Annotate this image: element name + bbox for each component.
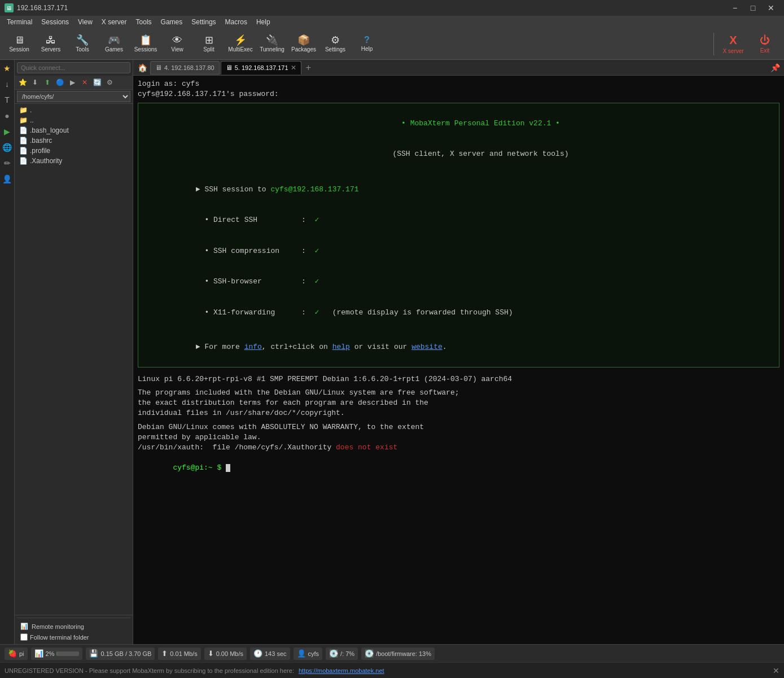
- sidebar-btn-down[interactable]: ⬇: [29, 77, 41, 88]
- toolbar-session[interactable]: 🖥 Session: [5, 30, 34, 58]
- menu-macros[interactable]: Macros: [221, 17, 252, 27]
- term-line: (SSH client, X server and network tools): [147, 139, 770, 170]
- left-icon-run[interactable]: ▶: [1, 125, 14, 138]
- left-icon-edit[interactable]: ✏: [1, 157, 14, 169]
- toolbar-settings[interactable]: ⚙ Settings: [321, 30, 350, 58]
- term-line: /usr/bin/xauth: file /home/cyfs/.Xauthor…: [138, 443, 779, 453]
- menu-tools[interactable]: Tools: [132, 17, 156, 27]
- sidebar-toolbar: ⭐ ⬇ ⬆ 🔵 ▶ ✕ 🔄 ⚙: [15, 76, 133, 90]
- toolbar-separator: [713, 33, 714, 55]
- sidebar-btn-home[interactable]: ⭐: [17, 77, 28, 88]
- left-icon-star[interactable]: ★: [1, 62, 14, 75]
- sidebar-btn-stop[interactable]: ✕: [79, 77, 90, 88]
- toolbar-packages[interactable]: 📦 Packages: [289, 30, 318, 58]
- toolbar-servers[interactable]: 🖧 Servers: [36, 30, 65, 58]
- tab-1-icon: 🖥: [155, 64, 162, 72]
- session-icon: 🖥: [14, 35, 24, 45]
- tab-pin-icon[interactable]: 📌: [768, 61, 782, 75]
- menu-games[interactable]: Games: [156, 17, 187, 27]
- term-line: permitted by applicable law.: [138, 432, 779, 443]
- term-prompt-line: cyfs@pi:~ $: [138, 453, 779, 484]
- toolbar-xserver[interactable]: X X server: [719, 30, 748, 58]
- toolbar-games[interactable]: 🎮 Games: [99, 30, 129, 58]
- window-title: 192.168.137.171: [17, 4, 726, 12]
- toolbar-multiexec[interactable]: ⚡ MultiExec: [226, 30, 255, 58]
- left-icon-down[interactable]: ↓: [1, 78, 14, 90]
- toolbar-tools-label: Tools: [76, 46, 89, 53]
- sidebar-btn-circle[interactable]: 🔵: [54, 77, 65, 88]
- status-time: 🕐 143 sec: [250, 648, 290, 660]
- file-icon: 📄: [19, 157, 28, 165]
- tab-2-close[interactable]: ✕: [291, 64, 296, 71]
- list-item[interactable]: 📄 .profile: [15, 146, 133, 156]
- sidebar: ⭐ ⬇ ⬆ 🔵 ▶ ✕ 🔄 ⚙ /home/cyfs/ 📁 . 📁 ..: [15, 60, 133, 644]
- tab-1[interactable]: 🖥 4. 192.168.137.80: [150, 61, 220, 75]
- menu-terminal[interactable]: Terminal: [2, 17, 37, 27]
- toolbar-exit[interactable]: ⏻ Exit: [750, 30, 779, 58]
- games-icon: 🎮: [108, 35, 120, 45]
- term-line: Debian GNU/Linux comes with ABSOLUTELY N…: [138, 422, 779, 432]
- download-label: 0.00 Mb/s: [216, 650, 243, 657]
- term-line: cyfs@192.168.137.171's password:: [138, 89, 779, 99]
- menu-xserver[interactable]: X server: [97, 17, 132, 27]
- follow-terminal-text: Follow terminal folder: [30, 634, 89, 641]
- sidebar-btn-up[interactable]: ⬆: [42, 77, 53, 88]
- root-fs-icon: 💽: [329, 649, 338, 658]
- sidebar-btn-run[interactable]: ▶: [67, 77, 78, 88]
- view-icon: 👁: [172, 35, 182, 45]
- tunneling-icon: 🔌: [266, 35, 278, 45]
- xserver-icon: X: [729, 34, 737, 47]
- follow-terminal-checkbox[interactable]: [20, 633, 28, 641]
- left-icon-globe[interactable]: 🌐: [1, 141, 14, 154]
- maximize-button[interactable]: □: [744, 2, 761, 14]
- menu-help[interactable]: Help: [252, 17, 275, 27]
- toolbar-tools[interactable]: 🔧 Tools: [68, 30, 97, 58]
- follow-terminal-checkbox-label[interactable]: Follow terminal folder: [17, 632, 130, 642]
- terminal-content[interactable]: login as: cyfs cyfs@192.168.137.171's pa…: [133, 76, 784, 644]
- toolbar-tunneling[interactable]: 🔌 Tunneling: [257, 30, 287, 58]
- tab-2[interactable]: 🖥 5. 192.168.137.171 ✕: [221, 61, 301, 75]
- split-icon: ⊞: [205, 35, 213, 45]
- term-line: ► SSH session to cyfs@192.168.137.171: [147, 174, 770, 205]
- toolbar-view[interactable]: 👁 View: [163, 30, 192, 58]
- close-button[interactable]: ✕: [763, 2, 779, 14]
- close-bottom-bar-button[interactable]: ✕: [773, 666, 779, 675]
- menu-view[interactable]: View: [73, 17, 97, 27]
- path-selector[interactable]: /home/cyfs/: [17, 91, 130, 102]
- menu-settings[interactable]: Settings: [187, 17, 220, 27]
- file-icon: 📄: [19, 147, 28, 155]
- servers-icon: 🖧: [46, 35, 56, 45]
- sidebar-btn-refresh[interactable]: 🔄: [91, 77, 103, 88]
- term-line: • Direct SSH : ✓: [147, 205, 770, 236]
- remote-monitoring-button[interactable]: 📊 Remote monitoring: [17, 620, 130, 632]
- search-input[interactable]: [17, 62, 130, 73]
- file-list: 📁 . 📁 .. 📄 .bash_logout 📄 .bashrc 📄 .pro…: [15, 104, 133, 615]
- list-item[interactable]: 📁 .: [15, 105, 133, 115]
- list-item[interactable]: 📄 .bash_logout: [15, 125, 133, 135]
- status-pi: 🍓 pi: [5, 648, 28, 660]
- list-item[interactable]: 📁 ..: [15, 115, 133, 125]
- add-tab-button[interactable]: +: [303, 62, 315, 74]
- left-icon-terminal[interactable]: T: [1, 94, 14, 106]
- multiexec-icon: ⚡: [234, 35, 247, 45]
- toolbar-help[interactable]: ? Help: [352, 30, 382, 58]
- mobatek-link[interactable]: https://mobaxterm.mobatek.net: [299, 667, 384, 674]
- toolbar-multiexec-label: MultiExec: [228, 46, 252, 53]
- left-icon-circle[interactable]: ●: [1, 110, 14, 122]
- settings-icon: ⚙: [331, 35, 340, 45]
- toolbar-settings-label: Settings: [325, 46, 345, 53]
- left-icon-user[interactable]: 👤: [1, 173, 14, 185]
- menu-sessions[interactable]: Sessions: [37, 17, 73, 27]
- toolbar-split[interactable]: ⊞ Split: [194, 30, 224, 58]
- minimize-button[interactable]: −: [726, 2, 743, 14]
- file-name: .profile: [30, 147, 50, 155]
- sidebar-btn-settings[interactable]: ⚙: [104, 77, 115, 88]
- list-item[interactable]: 📄 .bashrc: [15, 135, 133, 146]
- file-name: .Xauthority: [30, 157, 62, 165]
- sidebar-search-area: [15, 60, 133, 76]
- toolbar-tunneling-label: Tunneling: [260, 46, 284, 53]
- toolbar-sessions[interactable]: 📋 Sessions: [131, 30, 160, 58]
- file-icon: 📄: [19, 137, 28, 145]
- status-download: ⬇ 0.00 Mb/s: [204, 648, 247, 660]
- list-item[interactable]: 📄 .Xauthority: [15, 156, 133, 166]
